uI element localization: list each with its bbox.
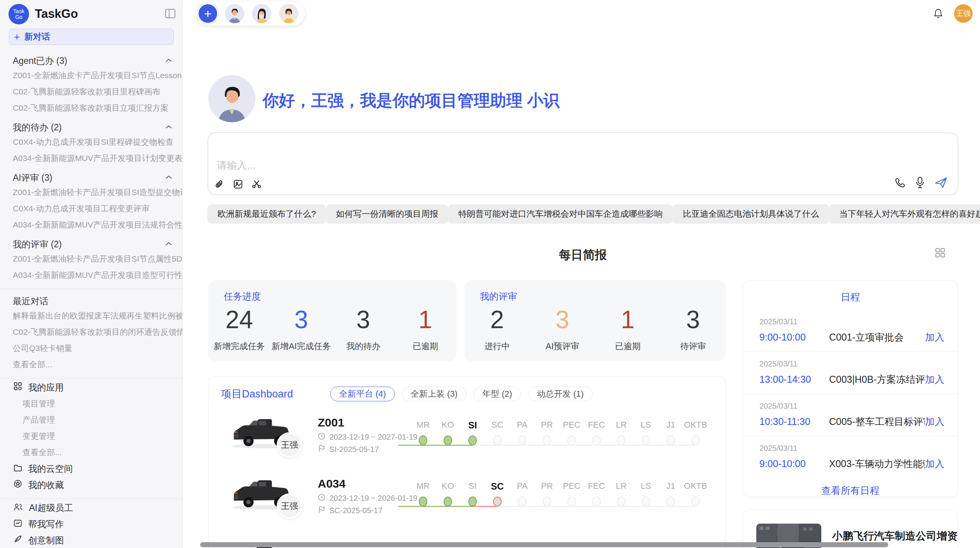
agent-avatar-3-icon[interactable] [279,4,298,23]
message-composer[interactable]: 请输入... [207,132,958,195]
sidebar-item-cloud-space[interactable]: 我的云空间 [0,461,182,477]
app-item[interactable]: 变更管理 [0,428,182,444]
dashboard-tab[interactable]: 全新上装 (3) [402,387,466,401]
sidebar-item-favorites[interactable]: 我的收藏 [0,477,182,493]
chevron-up-icon[interactable] [165,241,172,248]
recent-chat-item[interactable]: 查看全部... [0,356,182,373]
flag-icon [318,445,326,454]
milestone-step: PR [535,481,559,507]
screenshot-scissors-icon[interactable] [252,179,262,189]
suggestion-chip[interactable]: 比亚迪全固态电池计划具体说了什么 [673,204,829,224]
milestone-dot [617,435,625,445]
milestone-label: KO [442,481,454,492]
sidebar-item[interactable]: Z001-全新燃油轻卡产品开发项目SI造型提交物评审 [0,184,182,200]
schedule-item: 2025/03/11 13:00-14:30 C003|H0B-方案冻结评审 加… [743,352,958,394]
sidebar-item[interactable]: C0X4-动力总成开发项目工程变更评审 [0,200,182,217]
milestone-step: PR [535,420,559,445]
recent-chat-item[interactable]: 解释最新出台的欧盟报废车法规再生塑料比例被调至15%... [0,308,182,324]
suggestion-chip[interactable]: 如何写一份清晰的项目周报 [326,204,448,224]
recent-chat-item[interactable]: 公司Q3轻卡销量 [0,340,182,356]
cloud-space-label: 我的云空间 [28,463,73,475]
suggestion-chip[interactable]: 特朗普可能对进口汽车增税会对中国车企造成哪些影响 [448,204,673,224]
send-icon[interactable] [934,176,947,189]
milestone-step: OKTB [683,420,708,445]
greeting-text: 你好，王强，我是你的项目管理助理 小识 [262,90,560,111]
stat-label: 新增完成任务 [208,341,270,352]
schedule-event-name: X003-车辆动力学性能验... [829,457,925,470]
sidebar-item-ai-employee[interactable]: AI超级员工 [0,500,182,516]
stat-value: 3 [530,306,595,334]
dashboard-tab[interactable]: 年型 (2) [473,387,521,401]
suggestion-chip[interactable]: 欧洲新规最近颁布了什么? [207,204,326,224]
sidebar-item[interactable]: C02-飞腾新能源轻客改款项目立项汇报方案 [0,100,182,116]
recent-chat-item[interactable]: C02-飞腾新能源轻客改款项目的闭环通告反馈情况 [0,324,182,340]
apps-grid-icon [14,382,22,393]
notification-bell-icon[interactable] [933,8,943,19]
new-conversation-button[interactable]: + [199,4,217,23]
sidebar-item[interactable]: Z001-全新燃油轻卡产品开发项目SI节点属性5D文件评审 [0,251,182,267]
suggestion-chip[interactable]: 当下年轻人对汽车外观有怎样的喜好趋势 [829,204,980,224]
agent-avatar-2-icon[interactable] [252,4,271,23]
schedule-time: 9:00-10:00 [759,458,829,469]
milestone-label: PR [541,481,553,492]
milestone-step: J1 [658,481,683,507]
sidebar-item[interactable]: A034-全新新能源MUV产品开发项目计划变更表编写 [0,150,182,166]
horizontal-scrollbar[interactable] [200,542,888,547]
project-dashboard-card: 项目Dashboard 全新平台 (4)全新上装 (3)年型 (2)动总开发 (… [208,376,726,548]
milestone-step: MR [411,420,435,445]
sidebar-item-creative-draw[interactable]: 创意制图 [0,532,182,548]
join-link[interactable]: 加入 [925,457,944,470]
new-chat-button[interactable]: + 新对话 [9,29,174,45]
project-row[interactable]: 王强 Z001 2023-12-19 ~ 2027-01-19 SI-2025-… [209,412,725,473]
sidebar-item[interactable]: C0X4-动力总成开发项目SI里程碑提交物检查 [0,134,182,150]
project-row[interactable]: 王强 A034 2023-12-19 ~ 2026-01-19 SC-2025-… [209,473,725,534]
composer-attachments [214,179,262,190]
join-link[interactable]: 加入 [925,415,944,428]
schedule-date: 2025/03/11 [759,402,944,411]
dashboard-tab[interactable]: 动总开发 (1) [528,387,593,401]
sidebar-section-header[interactable]: 我的待办 (2) [0,116,182,134]
user-avatar[interactable]: 王强 [954,4,973,23]
milestone-dot [691,497,700,507]
agent-avatar-1-icon[interactable] [225,4,244,23]
section-title: AI评审 (3) [13,173,52,183]
sidebar-item-help-write[interactable]: 帮我写作 [0,516,182,532]
microphone-icon[interactable] [915,176,925,189]
app-item[interactable]: 查看全部... [0,444,182,461]
my-review-card: 我的评审 2 进行中 3 AI预评审 1 已逾期 3 待评审 [464,280,726,361]
view-all-schedule-link[interactable]: 查看所有日程 [743,484,958,497]
sidebar-item[interactable]: Z001-全新燃油皮卡产品开发项目SI节点Lesson Learn报告 [0,67,182,84]
sidebar-section: AI评审 (3) Z001-全新燃油轻卡产品开发项目SI造型提交物评审C0X4-… [0,166,182,233]
sidebar-section-header[interactable]: 我的评审 (2) [0,233,182,251]
milestone-label: PR [541,420,553,431]
sidebar-item[interactable]: A034-全新新能源MUV产品开发项目造型可行性评审 [0,267,182,283]
schedule-item: 2025/03/11 10:30-11:30 C005-整车工程目标评审 加入 [743,394,958,436]
stat-value: 2 [464,306,530,334]
chevron-up-icon[interactable] [165,124,172,131]
project-list: 王强 Z001 2023-12-19 ~ 2027-01-19 SI-2025-… [209,412,725,534]
layout-grid-icon[interactable] [935,248,945,258]
voice-call-icon[interactable] [894,177,906,188]
section-title: 最近对话 [13,296,48,306]
chevron-up-icon[interactable] [165,174,172,181]
dashboard-tab[interactable]: 全新平台 (4) [330,387,395,401]
topbar-right: 王强 [933,0,973,27]
milestone-label: MR [416,481,430,492]
join-link[interactable]: 加入 [925,331,944,344]
milestone-label: OKTB [684,420,707,431]
insert-image-icon[interactable] [233,179,243,189]
sidebar-item[interactable]: C02-飞腾新能源轻客改款项目里程碑画布 [0,84,182,100]
daily-brief-title: 每日简报 [207,247,958,263]
sidebar-section-header[interactable]: Agent已办 (3) [0,50,182,67]
attach-file-icon[interactable] [214,179,224,190]
join-link[interactable]: 加入 [925,373,944,386]
sidebar-item[interactable]: A034-全新新能源MUV产品开发项目法规符合性评审 [0,217,182,233]
app-item[interactable]: 产品管理 [0,412,182,428]
chevron-up-icon[interactable] [165,57,172,64]
stat-item: 3 待评审 [660,306,726,352]
milestone-label: OKTB [684,481,707,492]
app-item[interactable]: 项目管理 [0,396,182,412]
sidebar-section-header[interactable]: AI评审 (3) [0,166,182,184]
collapse-sidebar-icon[interactable] [165,9,176,19]
sidebar-item-my-apps[interactable]: 我的应用 [0,379,182,396]
